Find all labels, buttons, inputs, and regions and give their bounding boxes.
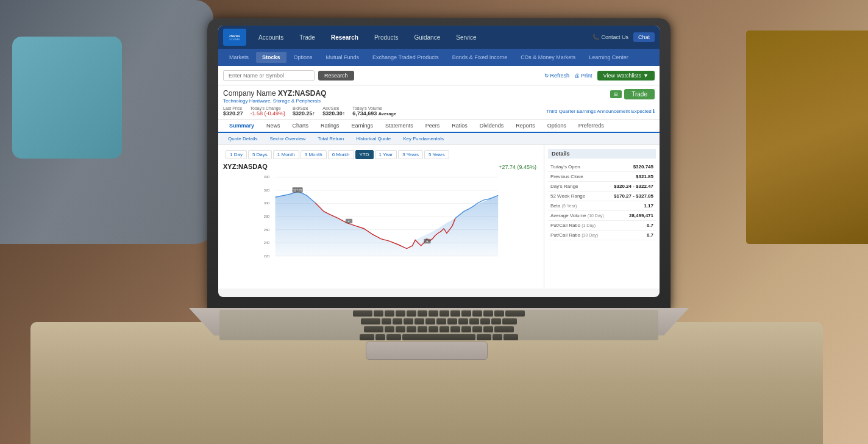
watchlist-button[interactable]: View Watchlists ▼ — [597, 71, 655, 81]
nav-item-trade[interactable]: Trade — [292, 30, 322, 45]
key-m — [450, 326, 460, 332]
avg-vol-label-sub: (10 Day) — [588, 213, 604, 218]
tab-news[interactable]: News — [260, 120, 286, 133]
svg-text:320: 320 — [264, 188, 269, 192]
bg-table — [30, 322, 823, 444]
tab-peers[interactable]: Peers — [419, 120, 446, 133]
grid-button[interactable]: ⊞ — [610, 90, 622, 98]
tab-reports[interactable]: Reports — [510, 120, 541, 133]
sub-tab-quote-details[interactable]: Quote Details — [223, 135, 262, 143]
volume-field: Today's Volume 6,734,693 Average — [352, 106, 396, 116]
svg-text:●: ● — [348, 220, 350, 223]
time-btn-3m[interactable]: 3 Month — [301, 150, 327, 159]
tab-summary[interactable]: Summary — [223, 120, 260, 133]
time-btn-1d[interactable]: 1 Day — [226, 150, 247, 159]
chart-svg-container: 340 320 300 280 260 240 220 — [221, 171, 541, 263]
sec-nav-learning[interactable]: Learning Center — [583, 52, 635, 63]
time-btn-6m[interactable]: 6 Month — [328, 150, 354, 159]
dropdown-icon: ▼ — [643, 73, 649, 79]
svg-text:340: 340 — [264, 175, 269, 179]
svg-text:280: 280 — [264, 215, 269, 218]
nav-item-products[interactable]: Products — [367, 30, 405, 45]
key-bracket2 — [494, 310, 504, 317]
beta-label-sub: (5 Year) — [562, 204, 577, 208]
sub-tab-total-return[interactable]: Total Return — [313, 135, 349, 143]
key-w — [385, 310, 394, 317]
tab-nav: Summary News Charts Ratings Earnings Sta… — [218, 120, 660, 133]
sub-tab-key-fundamentals[interactable]: Key Fundamentals — [398, 135, 449, 143]
detail-value-avg-vol: 28,499,471 — [629, 213, 653, 218]
trade-button[interactable]: Trade — [624, 89, 655, 99]
time-btn-3y[interactable]: 3 Years — [398, 150, 423, 159]
sec-nav-mutual-funds[interactable]: Mutual Funds — [320, 52, 366, 63]
sec-nav-cds[interactable]: CDs & Money Markets — [514, 52, 582, 63]
key-row-3 — [364, 326, 514, 332]
schwab-logo: charles SCHWAB — [223, 29, 246, 46]
key-ctrl2 — [503, 334, 518, 340]
nav-item-research[interactable]: Research — [324, 30, 366, 45]
key-cmd2 — [477, 334, 491, 340]
screen-content: charles SCHWAB Accounts Trade Research P… — [218, 26, 660, 297]
detail-label-beta: Beta (5 Year) — [550, 203, 577, 209]
time-btn-5y[interactable]: 5 Years — [424, 150, 449, 159]
sec-nav-markets[interactable]: Markets — [223, 52, 255, 63]
refresh-icon: ↻ — [544, 73, 549, 79]
refresh-link[interactable]: ↻ Refresh — [544, 73, 570, 79]
time-btn-1m[interactable]: 1 Month — [273, 150, 299, 159]
tab-options[interactable]: Options — [541, 120, 572, 133]
tab-preferreds[interactable]: Preferreds — [572, 120, 610, 133]
time-btn-1y[interactable]: 1 Year — [375, 150, 397, 159]
print-link[interactable]: 🖨 Print — [574, 73, 592, 79]
tab-ratings[interactable]: Ratings — [315, 120, 346, 133]
key-i — [450, 310, 460, 317]
search-button[interactable]: Research — [318, 71, 354, 81]
nav-item-service[interactable]: Service — [449, 30, 483, 45]
key-g — [425, 318, 435, 324]
sub-tab-historical-quote[interactable]: Historical Quote — [351, 135, 396, 143]
laptop-lid: charles SCHWAB Accounts Trade Research P… — [207, 18, 671, 311]
beta-label-text: Beta — [550, 203, 560, 209]
print-icon: 🖨 — [574, 73, 580, 79]
nav-item-accounts[interactable]: Accounts — [251, 30, 291, 45]
tab-dividends[interactable]: Dividends — [474, 120, 510, 133]
watchlist-label: View Watchlists — [603, 73, 642, 79]
key-p — [472, 310, 482, 317]
sec-nav-bonds[interactable]: Bonds & Fixed Income — [446, 52, 514, 63]
chat-button[interactable]: Chat — [633, 32, 655, 42]
time-btn-ytd[interactable]: YTD — [355, 150, 374, 159]
detail-value-pcr1: 0.7 — [647, 223, 653, 228]
search-actions: ↻ Refresh 🖨 Print View Watchlists ▼ — [544, 71, 655, 81]
tab-statements[interactable]: Statements — [379, 120, 419, 133]
contact-us-button[interactable]: 📞 Contact Us — [592, 34, 628, 40]
key-option2 — [493, 334, 502, 340]
key-n — [439, 326, 449, 332]
key-semi — [480, 318, 490, 324]
sec-nav-stocks[interactable]: Stocks — [256, 52, 286, 63]
ask-field: Ask/Size $320.30↑ — [322, 106, 345, 116]
detail-row-days-range: Day's Range $320.24 - $322.47 — [548, 182, 656, 192]
tab-charts[interactable]: Charts — [286, 120, 315, 133]
company-ticker: XYZ:NASDAQ — [278, 89, 326, 98]
chart-header: XYZ:NASDAQ +27.74 (9.45%) — [221, 162, 541, 171]
key-q — [374, 310, 383, 317]
trackpad[interactable] — [366, 342, 488, 360]
nav-items: Accounts Trade Research Products Guidanc… — [251, 30, 592, 45]
sec-nav-etp[interactable]: Exchange Traded Products — [366, 52, 445, 63]
sec-nav-options[interactable]: Options — [288, 52, 319, 63]
key-slash — [483, 326, 493, 332]
detail-value-prev-close: $321.85 — [636, 174, 653, 179]
secondary-nav: Markets Stocks Options Mutual Funds Exch… — [218, 49, 660, 66]
time-btn-5d[interactable]: 5 Days — [248, 150, 272, 159]
tab-earnings[interactable]: Earnings — [346, 120, 380, 133]
nav-item-guidance[interactable]: Guidance — [407, 30, 447, 45]
sub-tab-sector-overview[interactable]: Sector Overview — [265, 135, 310, 143]
key-y — [429, 310, 438, 317]
tab-ratios[interactable]: Ratios — [446, 120, 474, 133]
search-input[interactable] — [223, 70, 315, 81]
key-enter — [502, 318, 517, 324]
key-row-1 — [353, 310, 525, 317]
company-header: Company Name XYZ:NASDAQ Technology Hardw… — [218, 85, 660, 120]
volume-value: 6,734,693 — [352, 110, 377, 116]
main-content: 1 Day 5 Days 1 Month 3 Month 6 Month YTD… — [218, 145, 660, 288]
ask-value: $320.30↑ — [322, 110, 345, 116]
